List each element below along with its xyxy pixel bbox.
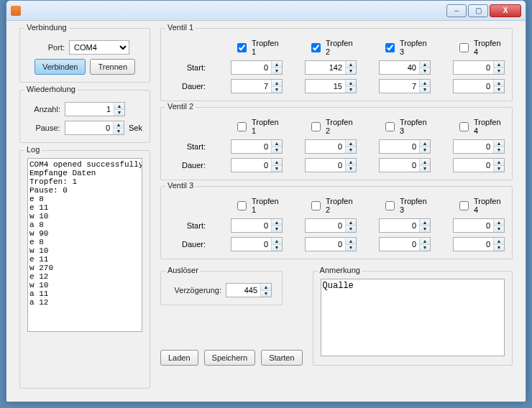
spinner-down-icon[interactable]: ▼ xyxy=(493,87,504,93)
valve3-dauer1-spinner[interactable]: ▲▼ xyxy=(231,237,283,251)
valve3-start1-input[interactable] xyxy=(231,219,271,232)
spinner-down-icon[interactable]: ▼ xyxy=(271,166,282,172)
valve2-dauer3-spinner[interactable]: ▲▼ xyxy=(379,158,431,172)
save-button[interactable]: Speichern xyxy=(204,350,256,366)
valve2-dauer1-input[interactable] xyxy=(231,159,271,172)
drop-4-toggle[interactable]: Tropfen 4 xyxy=(445,118,505,135)
drop-checkbox[interactable] xyxy=(385,201,395,210)
spinner-down-icon[interactable]: ▼ xyxy=(493,226,504,233)
spinner-down-icon[interactable]: ▼ xyxy=(345,147,356,154)
valve1-dauer3-spinner[interactable]: ▲▼ xyxy=(379,79,431,93)
drop-4-toggle[interactable]: Tropfen 4 xyxy=(445,39,505,56)
spinner-down-icon[interactable]: ▼ xyxy=(419,87,430,93)
valve3-dauer3-input[interactable] xyxy=(380,238,419,251)
valve3-dauer4-input[interactable] xyxy=(454,238,493,251)
valve1-start1-spinner[interactable]: ▲▼ xyxy=(231,60,283,75)
valve2-start4-input[interactable] xyxy=(454,140,493,153)
drop-checkbox[interactable] xyxy=(385,122,395,131)
spinner-down-icon[interactable]: ▼ xyxy=(260,291,271,297)
drop-checkbox[interactable] xyxy=(237,201,247,210)
valve1-start4-input[interactable] xyxy=(454,61,493,74)
spinner-down-icon[interactable]: ▼ xyxy=(419,166,430,172)
spinner-down-icon[interactable]: ▼ xyxy=(271,68,282,75)
valve2-start2-input[interactable] xyxy=(306,140,345,153)
spinner-down-icon[interactable]: ▼ xyxy=(345,226,356,233)
spinner-up-icon[interactable]: ▲ xyxy=(419,159,430,166)
valve3-dauer3-spinner[interactable]: ▲▼ xyxy=(379,237,431,251)
log-textarea[interactable] xyxy=(27,158,142,332)
spinner-up-icon[interactable]: ▲ xyxy=(345,219,356,226)
valve2-dauer2-spinner[interactable]: ▲▼ xyxy=(305,158,357,172)
drop-3-toggle[interactable]: Tropfen 3 xyxy=(371,39,431,56)
valve2-start1-spinner[interactable]: ▲▼ xyxy=(231,139,283,154)
port-select[interactable]: COM4 xyxy=(69,40,129,55)
spinner-down-icon[interactable]: ▼ xyxy=(493,166,504,172)
drop-2-toggle[interactable]: Tropfen 2 xyxy=(297,197,357,214)
spinner-up-icon[interactable]: ▲ xyxy=(493,159,504,166)
spinner-down-icon[interactable]: ▼ xyxy=(493,68,504,75)
valve1-dauer2-spinner[interactable]: ▲▼ xyxy=(305,79,357,93)
valve3-dauer2-spinner[interactable]: ▲▼ xyxy=(305,237,357,251)
spinner-down-icon[interactable]: ▼ xyxy=(271,245,282,251)
valve1-dauer3-input[interactable] xyxy=(380,80,419,93)
spinner-down-icon[interactable]: ▼ xyxy=(419,226,430,233)
spinner-up-icon[interactable]: ▲ xyxy=(271,140,282,147)
valve3-start2-input[interactable] xyxy=(306,219,345,232)
valve3-start1-spinner[interactable]: ▲▼ xyxy=(231,218,283,233)
drop-1-toggle[interactable]: Tropfen 1 xyxy=(223,118,283,135)
drop-3-toggle[interactable]: Tropfen 3 xyxy=(371,118,431,135)
spinner-up-icon[interactable]: ▲ xyxy=(345,159,356,166)
drop-checkbox[interactable] xyxy=(459,43,469,52)
delay-spinner[interactable]: ▲▼ xyxy=(226,283,272,297)
drop-1-toggle[interactable]: Tropfen 1 xyxy=(223,197,283,214)
spinner-up-icon[interactable]: ▲ xyxy=(345,61,356,68)
valve2-start3-spinner[interactable]: ▲▼ xyxy=(379,139,431,154)
valve2-dauer3-input[interactable] xyxy=(380,159,419,172)
spinner-up-icon[interactable]: ▲ xyxy=(114,103,124,110)
disconnect-button[interactable]: Trennen xyxy=(90,59,135,75)
close-button[interactable]: X xyxy=(490,4,521,17)
spinner-up-icon[interactable]: ▲ xyxy=(260,284,271,291)
valve1-dauer4-input[interactable] xyxy=(454,80,493,93)
valve3-dauer1-input[interactable] xyxy=(231,238,271,251)
drop-checkbox[interactable] xyxy=(311,201,321,210)
valve2-start2-spinner[interactable]: ▲▼ xyxy=(305,139,357,154)
anzahl-spinner[interactable]: ▲▼ xyxy=(65,102,125,116)
spinner-up-icon[interactable]: ▲ xyxy=(419,219,430,226)
spinner-up-icon[interactable]: ▲ xyxy=(493,219,504,226)
spinner-up-icon[interactable]: ▲ xyxy=(271,61,282,68)
valve2-start3-input[interactable] xyxy=(380,140,419,153)
valve1-dauer4-spinner[interactable]: ▲▼ xyxy=(453,79,505,93)
valve3-start4-spinner[interactable]: ▲▼ xyxy=(453,218,505,233)
maximize-button[interactable]: ▢ xyxy=(468,4,488,17)
connect-button[interactable]: Verbinden xyxy=(35,59,86,75)
drop-checkbox[interactable] xyxy=(459,122,469,131)
spinner-down-icon[interactable]: ▼ xyxy=(113,129,124,135)
valve1-dauer1-spinner[interactable]: ▲▼ xyxy=(231,79,283,93)
spinner-up-icon[interactable]: ▲ xyxy=(271,159,282,166)
valve2-dauer4-spinner[interactable]: ▲▼ xyxy=(453,158,505,172)
spinner-down-icon[interactable]: ▼ xyxy=(114,110,124,116)
valve1-start1-input[interactable] xyxy=(231,61,271,74)
valve2-dauer2-input[interactable] xyxy=(306,159,345,172)
spinner-up-icon[interactable]: ▲ xyxy=(493,80,504,87)
drop-2-toggle[interactable]: Tropfen 2 xyxy=(297,39,357,56)
valve1-start3-input[interactable] xyxy=(380,61,419,74)
spinner-down-icon[interactable]: ▼ xyxy=(271,226,282,233)
spinner-up-icon[interactable]: ▲ xyxy=(345,140,356,147)
valve2-start4-spinner[interactable]: ▲▼ xyxy=(453,139,505,154)
valve3-dauer2-input[interactable] xyxy=(306,238,345,251)
pause-input[interactable] xyxy=(65,121,113,134)
spinner-up-icon[interactable]: ▲ xyxy=(493,140,504,147)
drop-1-toggle[interactable]: Tropfen 1 xyxy=(223,39,283,56)
drop-4-toggle[interactable]: Tropfen 4 xyxy=(445,197,505,214)
spinner-down-icon[interactable]: ▼ xyxy=(419,245,430,251)
spinner-down-icon[interactable]: ▼ xyxy=(493,245,504,251)
valve3-dauer4-spinner[interactable]: ▲▼ xyxy=(453,237,505,251)
drop-2-toggle[interactable]: Tropfen 2 xyxy=(297,118,357,135)
spinner-up-icon[interactable]: ▲ xyxy=(493,238,504,245)
valve1-start4-spinner[interactable]: ▲▼ xyxy=(453,60,505,75)
start-button[interactable]: Starten xyxy=(261,350,302,366)
drop-checkbox[interactable] xyxy=(311,43,321,52)
spinner-up-icon[interactable]: ▲ xyxy=(345,238,356,245)
